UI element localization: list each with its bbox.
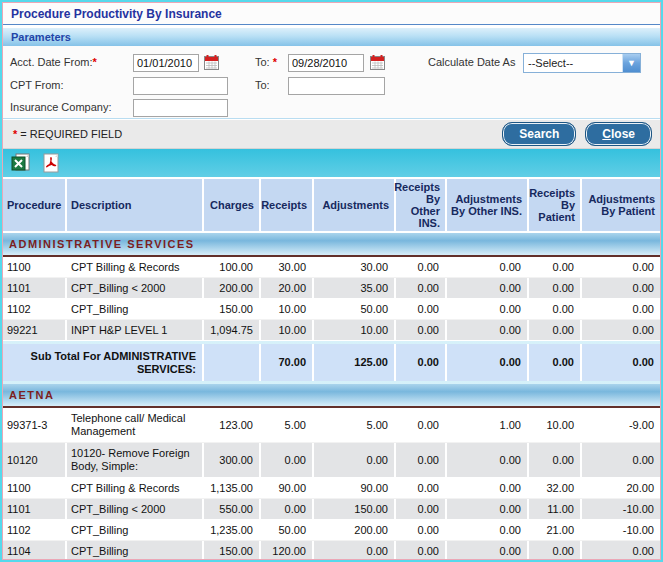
required-asterisk: *	[273, 56, 277, 68]
cell-receipts-by-patient: 10.00	[527, 408, 580, 442]
column-header-adjustments-by-other-ins: Adjustments By Other INS.	[445, 179, 527, 231]
parameters-label: Parameters	[11, 31, 71, 43]
column-header-receipts-by-other-ins: Receipts By Other INS.	[394, 179, 445, 231]
cell-receipts-by-patient: 0.00	[527, 443, 580, 477]
cell-receipts: 20.00	[259, 278, 312, 298]
chevron-down-icon[interactable]: ▼	[622, 54, 640, 72]
section-rows: 99371-3Telephone call/ Medical Managemen…	[3, 408, 660, 560]
subtotal-charges	[202, 344, 259, 381]
table-row: 1100CPT Billing & Records100.0030.0030.0…	[3, 257, 660, 278]
cell-receipts: 120.00	[259, 541, 312, 560]
cell-receipts: 30.00	[259, 257, 312, 277]
table-header-row: ProcedureDescriptionChargesReceiptsAdjus…	[3, 177, 660, 233]
report-window-inner: Procedure Productivity By Insurance Para…	[2, 2, 661, 560]
cell-adjustments: 10.00	[312, 320, 394, 340]
cell-adjustments-by-other-ins: 0.00	[445, 443, 527, 477]
acct-date-from-input[interactable]	[133, 54, 199, 72]
cell-description: INPT H&P LEVEL 1	[65, 320, 202, 340]
actions-bar: * = REQUIRED FIELD Search Close	[3, 119, 660, 149]
cell-adjustments: 150.00	[312, 499, 394, 519]
cell-adjustments-by-patient: -10.00	[580, 499, 660, 519]
export-excel-icon[interactable]	[11, 153, 31, 173]
column-header-charges: Charges	[202, 179, 259, 231]
subtotal-receipts-by-patient: 0.00	[527, 344, 580, 381]
cell-charges: 1,094.75	[202, 320, 259, 340]
cell-receipts-by-patient: 0.00	[527, 320, 580, 340]
cell-adjustments-by-patient: 0.00	[580, 541, 660, 560]
cell-description: CPT_Billing	[65, 299, 202, 319]
calendar-icon[interactable]	[370, 55, 385, 70]
acct-date-to-input[interactable]	[288, 54, 364, 72]
export-pdf-icon[interactable]	[41, 153, 61, 173]
cpt-from-input[interactable]	[133, 77, 228, 95]
cell-receipts-by-other-ins: 0.00	[394, 320, 445, 340]
cell-adjustments-by-other-ins: 0.00	[445, 278, 527, 298]
cell-adjustments-by-other-ins: 0.00	[445, 257, 527, 277]
cell-description: CPT_Billing < 2000	[65, 499, 202, 519]
cell-description: CPT_Billing < 2000	[65, 278, 202, 298]
calendar-icon[interactable]	[204, 55, 219, 70]
cell-adjustments-by-patient: -10.00	[580, 520, 660, 540]
report-area: ProcedureDescriptionChargesReceiptsAdjus…	[3, 149, 660, 560]
report-window: Procedure Productivity By Insurance Para…	[0, 0, 663, 562]
title-bar: Procedure Productivity By Insurance	[3, 3, 660, 25]
cell-receipts-by-patient: 0.00	[527, 299, 580, 319]
cell-procedure: 1102	[3, 520, 65, 540]
column-header-receipts-by-patient: Receipts By Patient	[527, 179, 580, 231]
cell-receipts-by-other-ins: 0.00	[394, 541, 445, 560]
cell-adjustments-by-patient: 0.00	[580, 443, 660, 477]
table-row: 1100CPT Billing & Records1,135.0090.0090…	[3, 478, 660, 499]
report-table: ProcedureDescriptionChargesReceiptsAdjus…	[3, 177, 660, 560]
cell-receipts: 90.00	[259, 478, 312, 498]
table-row: 99221INPT H&P LEVEL 11,094.7510.0010.000…	[3, 320, 660, 341]
cell-receipts-by-other-ins: 0.00	[394, 257, 445, 277]
cell-charges: 1,135.00	[202, 478, 259, 498]
cell-procedure: 99221	[3, 320, 65, 340]
subtotal-adjustments: 125.00	[312, 344, 394, 381]
cell-charges: 550.00	[202, 499, 259, 519]
cell-procedure: 10120	[3, 443, 65, 477]
column-header-procedure: Procedure	[3, 179, 65, 231]
close-button[interactable]: Close	[585, 122, 652, 146]
cell-receipts-by-other-ins: 0.00	[394, 478, 445, 498]
cell-receipts-by-other-ins: 0.00	[394, 299, 445, 319]
table-row: 1101CPT_Billing < 2000200.0020.0035.000.…	[3, 278, 660, 299]
cell-procedure: 1101	[3, 499, 65, 519]
insurance-company-input[interactable]	[133, 99, 228, 117]
cell-adjustments: 5.00	[312, 408, 394, 442]
cell-receipts-by-patient: 11.00	[527, 499, 580, 519]
parameters-section-header: Parameters	[3, 27, 660, 46]
cell-adjustments-by-other-ins: 0.00	[445, 541, 527, 560]
cell-adjustments: 50.00	[312, 299, 394, 319]
cell-receipts: 0.00	[259, 443, 312, 477]
calculate-date-as-select[interactable]: --Select-- ▼	[523, 53, 641, 73]
cell-adjustments-by-patient: 0.00	[580, 257, 660, 277]
table-row: 99371-3Telephone call/ Medical Managemen…	[3, 408, 660, 443]
column-header-adjustments: Adjustments	[312, 179, 394, 231]
subtotal-row: Sub Total For ADMINISTRATIVE SERVICES:70…	[3, 344, 660, 381]
required-asterisk: *	[93, 56, 97, 68]
cell-adjustments: 0.00	[312, 443, 394, 477]
cell-receipts-by-patient: 32.00	[527, 478, 580, 498]
search-button[interactable]: Search	[502, 122, 576, 146]
cell-procedure: 1102	[3, 299, 65, 319]
cell-adjustments: 0.00	[312, 541, 394, 560]
cell-receipts-by-other-ins: 0.00	[394, 499, 445, 519]
cell-adjustments: 200.00	[312, 520, 394, 540]
cell-adjustments-by-other-ins: 1.00	[445, 408, 527, 442]
subtotal-receipts-by-other-ins: 0.00	[394, 344, 445, 381]
cell-adjustments-by-other-ins: 0.00	[445, 320, 527, 340]
table-row: 1104CPT_Billing150.00120.000.000.000.000…	[3, 541, 660, 560]
subtotal-adjustments-by-patient: 0.00	[580, 344, 660, 381]
cell-receipts-by-patient: 0.00	[527, 257, 580, 277]
cpt-to-input[interactable]	[288, 77, 385, 95]
table-row: 1102CPT_Billing1,235.0050.00200.000.000.…	[3, 520, 660, 541]
cpt-to-label: To:	[255, 79, 270, 91]
cell-receipts-by-other-ins: 0.00	[394, 443, 445, 477]
cell-description: CPT_Billing	[65, 520, 202, 540]
cell-receipts-by-patient: 0.00	[527, 541, 580, 560]
cell-receipts: 10.00	[259, 320, 312, 340]
page-title: Procedure Productivity By Insurance	[11, 7, 222, 21]
cell-procedure: 1101	[3, 278, 65, 298]
cell-adjustments-by-other-ins: 0.00	[445, 520, 527, 540]
